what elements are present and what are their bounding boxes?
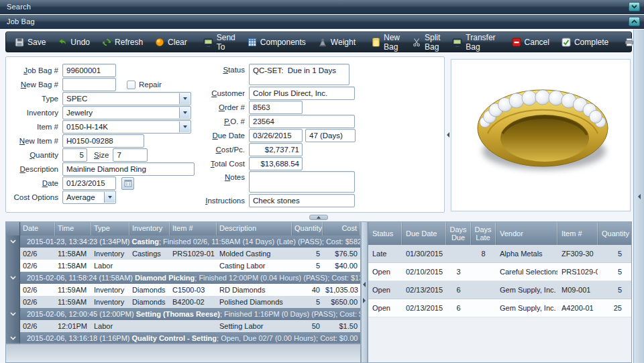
cell-type: Inventory	[91, 248, 129, 260]
cell-item: A4200-01	[557, 304, 598, 312]
tables-splitter[interactable]	[361, 221, 368, 363]
form-image-splitter[interactable]	[445, 56, 451, 213]
transfer-bag-icon	[452, 38, 462, 47]
po-row[interactable]: Open02/10/20153Careful SelectionsPRS1029…	[368, 263, 631, 281]
new-item-number-field[interactable]: H0150-09288	[62, 134, 144, 148]
col-header-quantity[interactable]: Quantity	[292, 222, 323, 236]
history-row[interactable]: 02/611:59AMInventoryDiamondsB4200-02Poli…	[6, 296, 360, 308]
new-bag-number-label: New Bag #	[9, 81, 62, 89]
cell-item	[170, 320, 217, 332]
col-header-days-late[interactable]: Days Late	[471, 222, 496, 245]
save-button[interactable]: Save	[9, 34, 52, 50]
po-row[interactable]: Open02/13/20156Gem Supply, Inc.A4200-012…	[368, 299, 631, 317]
cell-status: Late	[368, 250, 402, 258]
job-bag-number-field[interactable]: 99600001	[62, 64, 116, 77]
col-header-type[interactable]: Type	[91, 222, 129, 236]
col-header-date[interactable]: Date	[20, 222, 55, 236]
search-expand-button[interactable]	[629, 2, 640, 11]
new-bag-number-field[interactable]	[62, 78, 116, 91]
group-row-diamond-picking[interactable]: 2015-02-06, 11:58:24 (11:58AM) Diamond P…	[6, 272, 360, 284]
col-header-inventory[interactable]: Inventory	[129, 222, 170, 236]
collapse-left-icon	[447, 132, 449, 138]
undo-button[interactable]: Undo	[52, 34, 96, 50]
cell-days-late: 8	[471, 250, 496, 258]
cell-inventory: Diamonds	[129, 284, 170, 296]
refresh-button[interactable]: Refresh	[96, 34, 149, 50]
split-bag-button[interactable]: Split Bag	[406, 34, 446, 50]
chevron-up-icon	[631, 19, 637, 23]
col-header-due-date[interactable]: Due Date	[402, 222, 446, 245]
status-field[interactable]: QC-SET: Due in 1 Days	[249, 64, 350, 85]
row-gutter	[6, 284, 20, 296]
group-row-setting[interactable]: 2015-02-06, 12:00:45 (12:00PM) Setting (…	[6, 308, 360, 320]
cell-status: Open	[368, 286, 402, 294]
refresh-icon	[102, 38, 111, 47]
history-row[interactable]: 02/611:58AMInventoryCastingsPRS1029-01Mo…	[6, 248, 360, 260]
total-cost-field[interactable]: $13,688.54	[249, 157, 303, 170]
history-row[interactable]: 02/611:58AMLaborCasting Labor5$40.00	[6, 260, 360, 272]
cell-item	[170, 260, 217, 272]
order-number-field[interactable]: 8563	[249, 101, 303, 114]
history-row[interactable]: 02/612:01PMLaborSetting Labor50$1.50	[6, 320, 360, 332]
po-row[interactable]: Late01/30/20158Alpha MetalsZF309-305	[368, 245, 631, 263]
transfer-bag-label: Transfer Bag	[466, 33, 495, 52]
form-tables-splitter[interactable]	[5, 213, 632, 221]
col-header-time[interactable]: Time	[55, 222, 91, 236]
due-date-field[interactable]: 03/26/2015	[249, 129, 303, 142]
send-to-label: Send To	[217, 33, 235, 52]
col-header-vendor[interactable]: Vendor	[496, 222, 557, 245]
repair-checkbox[interactable]	[127, 81, 136, 89]
weight-button[interactable]: Weight	[312, 34, 362, 50]
notes-field[interactable]	[249, 171, 355, 193]
toolbar: Save Undo Refresh Clear Send To Componen…	[5, 32, 632, 52]
cell-date: 02/6	[20, 248, 55, 260]
calendar-button[interactable]	[121, 177, 134, 190]
group-row-casting[interactable]: 2015-01-23, 13:34:23 (1:34PM) Casting; F…	[6, 236, 360, 248]
group-expander[interactable]	[6, 236, 20, 248]
cost-options-dropdown-button[interactable]	[104, 192, 115, 203]
cost-options-label: Cost Options	[9, 193, 62, 201]
group-expander[interactable]	[6, 308, 20, 320]
size-field[interactable]: 7	[113, 148, 148, 162]
transfer-bag-button[interactable]: Transfer Bag	[446, 34, 501, 50]
instructions-field[interactable]: Check stones	[249, 194, 355, 207]
customer-field[interactable]: Color Plus Direct, Inc.	[249, 87, 355, 100]
cost-per-piece-field[interactable]: $2,737.71	[249, 143, 303, 156]
jobbag-panel-header[interactable]: Job Bag	[0, 15, 644, 29]
new-bag-button[interactable]: New Bag	[366, 34, 406, 50]
history-row[interactable]: 02/611:59AMInventoryDiamondsC1500-03RD D…	[6, 284, 360, 296]
job-bag-number-label: Job Bag #	[9, 66, 62, 74]
operations-history-table: Date Time Type Inventory Item # Descript…	[5, 221, 361, 363]
collapse-right-icon	[363, 298, 366, 303]
item-number-label: Item #	[9, 123, 62, 131]
col-header-quantity[interactable]: Quantity	[598, 222, 632, 245]
undo-icon	[58, 38, 67, 47]
col-header-cost[interactable]: Cost	[323, 222, 360, 236]
col-header-days-due[interactable]: Days Due	[446, 222, 471, 245]
chevron-down-icon	[631, 5, 637, 9]
col-header-description[interactable]: Description	[217, 222, 292, 236]
send-to-button[interactable]: Send To	[197, 34, 241, 50]
po-number-field[interactable]: 23564	[249, 115, 355, 128]
cost-options-combobox[interactable]: Average	[62, 191, 116, 204]
search-panel-header[interactable]: Search	[0, 0, 644, 14]
row-gutter	[6, 320, 20, 332]
po-row[interactable]: Open02/13/20156Gem Supply, Inc.M09-0015	[368, 281, 631, 299]
group-expander[interactable]	[6, 272, 20, 284]
complete-button[interactable]: Complete	[555, 34, 614, 50]
jobbag-collapse-button[interactable]	[629, 17, 640, 26]
date-field[interactable]: 01/23/2015	[62, 176, 116, 190]
clear-button[interactable]: Clear	[149, 34, 193, 50]
quantity-field[interactable]: 5	[62, 148, 87, 162]
col-header-item[interactable]: Item #	[557, 222, 598, 245]
cancel-button[interactable]: Cancel	[506, 34, 555, 50]
components-button[interactable]: Components	[241, 34, 312, 50]
col-header-status[interactable]: Status	[368, 222, 402, 245]
cell-days-due: 6	[446, 304, 471, 312]
splitter-grip[interactable]	[309, 215, 328, 220]
due-days-field[interactable]: 47 (Days)	[305, 129, 356, 142]
right-panel-splitter[interactable]	[633, 30, 644, 363]
col-header-item[interactable]: Item #	[170, 222, 217, 236]
cell-time: 11:58AM	[55, 248, 91, 260]
cell-quantity: 5	[598, 250, 631, 258]
